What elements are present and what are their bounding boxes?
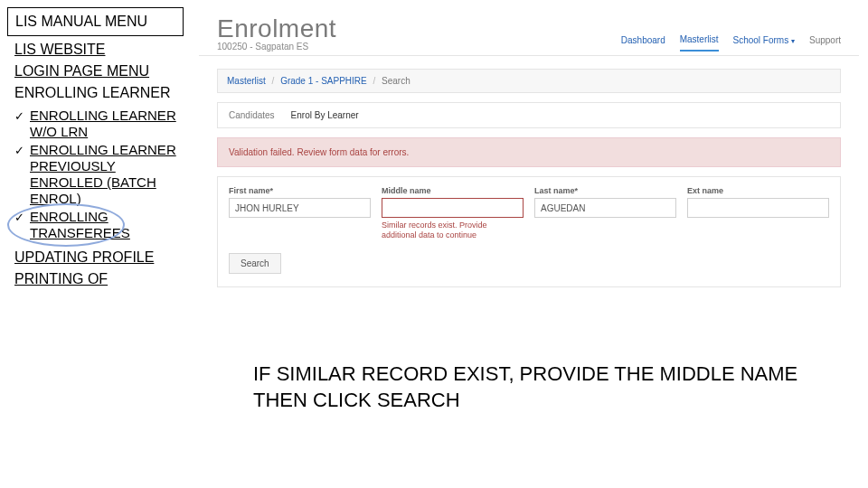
- app-header: Enrolment 100250 - Sagpatan ES Dashboard…: [199, 7, 859, 56]
- tab-candidates[interactable]: Candidates: [229, 110, 275, 120]
- nav-sub-wo-lrn-label[interactable]: ENROLLING LEARNER W/O LRN: [30, 108, 180, 140]
- topnav-support[interactable]: Support: [809, 35, 841, 51]
- ext-name-input[interactable]: [687, 198, 829, 218]
- check-icon: ✓: [14, 211, 24, 225]
- last-name-label: Last name*: [534, 186, 676, 195]
- page-title: Enrolment: [217, 14, 336, 43]
- nav-manual-menu[interactable]: LIS MANUAL MENU: [7, 7, 184, 36]
- nav-sub-batch-label[interactable]: ENROLLING LEARNER PREVIOUSLY ENROLLED (B…: [30, 142, 180, 207]
- ext-name-label: Ext name: [687, 186, 829, 195]
- last-name-input[interactable]: [534, 198, 676, 218]
- search-form: First name* Middle name Similar records …: [217, 176, 841, 287]
- topnav-dashboard[interactable]: Dashboard: [621, 35, 665, 51]
- tab-card: Candidates Enrol By Learner: [217, 102, 841, 128]
- field-last-name: Last name*: [534, 186, 676, 240]
- slide-caption: IF SIMILAR RECORD EXIST, PROVIDE THE MID…: [253, 361, 823, 413]
- crumb-grade[interactable]: Grade 1 - SAPPHIRE: [280, 76, 367, 86]
- middle-name-label: Middle name: [382, 186, 524, 195]
- middle-name-input[interactable]: [382, 198, 524, 218]
- breadcrumb: Masterlist / Grade 1 - SAPPHIRE / Search: [217, 69, 841, 93]
- nav-sub-transferees-label[interactable]: ENROLLING TRANSFEREES: [30, 209, 180, 241]
- check-icon: ✓: [14, 109, 24, 124]
- nav-sublist: ✓ ENROLLING LEARNER W/O LRN ✓ ENROLLING …: [7, 107, 184, 242]
- nav-login-menu[interactable]: LOGIN PAGE MENU: [7, 61, 184, 81]
- field-ext-name: Ext name: [687, 186, 829, 240]
- middle-name-error: Similar records exist. Provide additiona…: [382, 221, 524, 240]
- nav-enrolling-learner: ENROLLING LEARNER: [7, 83, 184, 103]
- nav-sub-batch[interactable]: ✓ ENROLLING LEARNER PREVIOUSLY ENROLLED …: [11, 141, 184, 208]
- field-middle-name: Middle name Similar records exist. Provi…: [382, 186, 524, 240]
- crumb-search: Search: [382, 76, 410, 86]
- nav-website[interactable]: LIS WEBSITE: [7, 40, 184, 60]
- topnav-masterlist[interactable]: Masterlist: [680, 34, 719, 52]
- search-button[interactable]: Search: [229, 253, 281, 274]
- check-icon: ✓: [14, 144, 24, 158]
- first-name-input[interactable]: [229, 198, 371, 218]
- crumb-sep: /: [373, 76, 376, 86]
- left-nav: LIS MANUAL MENU LIS WEBSITE LOGIN PAGE M…: [7, 7, 184, 291]
- crumb-masterlist[interactable]: Masterlist: [227, 76, 266, 86]
- nav-sub-wo-lrn[interactable]: ✓ ENROLLING LEARNER W/O LRN: [11, 107, 184, 141]
- screenshot-panel: Enrolment 100250 - Sagpatan ES Dashboard…: [199, 7, 859, 342]
- nav-sub-transferees[interactable]: ✓ ENROLLING TRANSFEREES: [11, 208, 184, 242]
- chevron-down-icon: ▾: [791, 37, 795, 45]
- error-banner: Validation failed. Review form data for …: [217, 137, 841, 167]
- topnav-schoolforms[interactable]: School Forms ▾: [733, 35, 795, 51]
- field-first-name: First name*: [229, 186, 371, 240]
- nav-updating-profile[interactable]: UPDATING PROFILE: [7, 248, 184, 267]
- first-name-label: First name*: [229, 186, 371, 195]
- tab-enrol-by-learner[interactable]: Enrol By Learner: [291, 110, 359, 120]
- top-nav: Dashboard Masterlist School Forms ▾ Supp…: [621, 34, 841, 52]
- nav-printing[interactable]: PRINTING OF: [7, 269, 184, 289]
- crumb-sep: /: [272, 76, 275, 86]
